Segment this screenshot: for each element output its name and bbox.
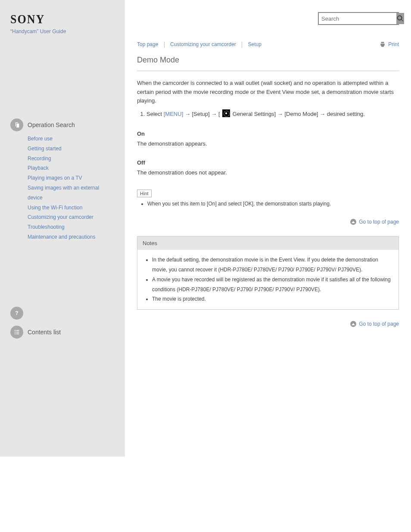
note-item: In the default setting, the demonstratio… bbox=[152, 255, 393, 275]
gear-icon bbox=[222, 109, 230, 117]
nav-item[interactable]: Before use bbox=[28, 136, 53, 142]
nav-label: Operation Search bbox=[28, 121, 75, 128]
search-button[interactable] bbox=[396, 13, 404, 24]
nav-item[interactable]: Troubleshooting bbox=[28, 224, 65, 230]
search-input[interactable] bbox=[319, 13, 396, 24]
nav-item[interactable]: Playing images on a TV bbox=[28, 175, 82, 181]
nav-item[interactable]: Saving images with an external device bbox=[28, 185, 99, 201]
back-to-top[interactable]: Go to top of page bbox=[350, 321, 399, 327]
notes-box: Notes In the default setting, the demons… bbox=[137, 236, 399, 310]
nav-item[interactable]: Maintenance and precautions bbox=[28, 234, 95, 240]
nav-contents-list-2[interactable]: Contents list bbox=[10, 326, 115, 339]
hint-label: Hint bbox=[137, 190, 152, 197]
note-item: The movie is protected. bbox=[152, 294, 393, 304]
question-icon: ? bbox=[10, 307, 23, 320]
step-list: Select [MENU] → [Setup] → [ General Sett… bbox=[146, 109, 399, 119]
arrow-up-icon bbox=[350, 321, 356, 327]
hint-item: When you set this item to [On] and selec… bbox=[147, 200, 399, 208]
nav-item[interactable]: Playback bbox=[28, 165, 49, 171]
list-icon bbox=[10, 326, 23, 339]
notes-head: Notes bbox=[137, 236, 399, 250]
option-off-body: The demonstration does not appear. bbox=[137, 168, 399, 177]
option-on-body: The demonstration appears. bbox=[137, 140, 399, 149]
pages-icon bbox=[10, 118, 23, 131]
sidebar: SONY “Handycam” User Guide Operation Sea… bbox=[0, 0, 125, 457]
nav-operation-search: Operation Search Before use Getting star… bbox=[10, 118, 115, 242]
print-link[interactable]: Print bbox=[380, 41, 399, 47]
notes-list: In the default setting, the demonstratio… bbox=[137, 250, 399, 309]
note-item: A movie you have recorded will be regist… bbox=[152, 275, 393, 295]
search-box bbox=[318, 12, 399, 25]
option-off-head: Off bbox=[137, 159, 399, 166]
option-on-head: On bbox=[137, 131, 399, 137]
step-item: Select [MENU] → [Setup] → [ General Sett… bbox=[146, 109, 399, 119]
nav-contents-list[interactable]: ? bbox=[10, 307, 115, 320]
search-icon bbox=[396, 15, 404, 22]
crumb-top[interactable]: Top page bbox=[137, 41, 158, 47]
nav-item[interactable]: Using the Wi-Fi function bbox=[28, 205, 82, 211]
print-icon bbox=[380, 41, 386, 47]
nav-sublist: Before use Getting started Recording Pla… bbox=[28, 134, 115, 242]
brand-logo: SONY bbox=[10, 12, 115, 27]
nav-label: Contents list bbox=[28, 329, 61, 336]
content-body: When the camcorder is connected to a wal… bbox=[137, 79, 399, 327]
guide-subtitle[interactable]: “Handycam” User Guide bbox=[10, 28, 115, 34]
back-to-top[interactable]: Go to top of page bbox=[350, 219, 399, 225]
menu-link[interactable]: [MENU] bbox=[164, 111, 184, 117]
nav-item[interactable]: Getting started bbox=[28, 146, 62, 152]
arrow-up-icon bbox=[350, 219, 356, 225]
nav-item[interactable]: Customizing your camcorder bbox=[28, 214, 93, 220]
main-content: Top page Customizing your camcorder Setu… bbox=[125, 0, 411, 457]
svg-text:?: ? bbox=[15, 310, 18, 316]
intro-paragraph: When the camcorder is connected to a wal… bbox=[137, 79, 399, 106]
topbar bbox=[137, 12, 399, 25]
crumb-section[interactable]: Customizing your camcorder bbox=[170, 41, 236, 47]
hint-list: When you set this item to [On] and selec… bbox=[147, 200, 399, 208]
page-title: Demo Mode bbox=[137, 56, 399, 71]
crumb-page[interactable]: Setup bbox=[248, 41, 261, 47]
breadcrumb: Top page Customizing your camcorder Setu… bbox=[137, 41, 262, 48]
nav-item[interactable]: Recording bbox=[28, 156, 51, 162]
